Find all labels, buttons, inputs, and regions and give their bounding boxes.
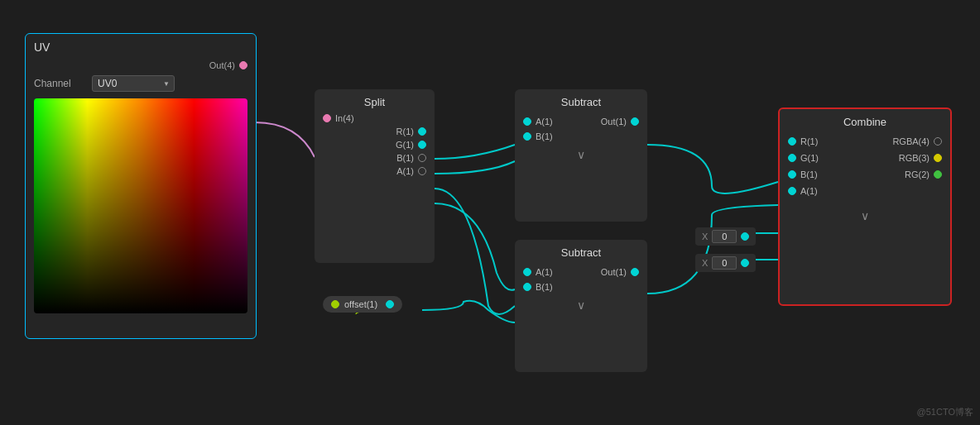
combine-rgba-port: RGBA(4) bbox=[892, 136, 942, 146]
split-b-label: B(1) bbox=[396, 153, 414, 163]
subtract1-left-ports: A(1) B(1) bbox=[523, 113, 553, 145]
combine-b-label: B(1) bbox=[800, 170, 818, 179]
subtract1-a-dot[interactable] bbox=[523, 117, 531, 126]
subtract-node-2: Subtract A(1) B(1) Out(1) ∨ bbox=[515, 240, 647, 372]
subtract-node-1: Subtract A(1) B(1) Out(1) ∨ bbox=[515, 89, 647, 222]
combine-rgb-label: RGB(3) bbox=[899, 153, 930, 163]
offset-node: offset(1) bbox=[323, 296, 402, 313]
subtract1-expand[interactable]: ∨ bbox=[523, 148, 639, 161]
split-in-dot[interactable] bbox=[323, 114, 331, 122]
subtract1-out-port: Out(1) bbox=[601, 117, 639, 127]
x2-right-dot[interactable] bbox=[741, 259, 749, 267]
combine-a-port: A(1) bbox=[788, 186, 819, 196]
uv-out-row: Out(4) bbox=[34, 60, 247, 70]
combine-left-ports: R(1) G(1) B(1) A(1) bbox=[788, 133, 819, 199]
offset-left-dot[interactable] bbox=[331, 300, 339, 308]
x-input-node-1: X bbox=[695, 227, 756, 246]
subtract1-a-port: A(1) bbox=[523, 117, 553, 127]
split-g-dot[interactable] bbox=[418, 141, 426, 149]
x-value-2[interactable] bbox=[712, 256, 737, 270]
subtract2-expand[interactable]: ∨ bbox=[523, 298, 639, 312]
color-picker bbox=[34, 98, 247, 313]
split-title: Split bbox=[323, 96, 426, 108]
uv-channel-row: Channel UV0 UV1 bbox=[34, 75, 247, 92]
combine-rg-label: RG(2) bbox=[905, 170, 930, 179]
combine-rg-port: RG(2) bbox=[892, 170, 942, 179]
split-in-label: In(4) bbox=[335, 113, 354, 123]
combine-g-label: G(1) bbox=[800, 153, 819, 163]
subtract1-b-label: B(1) bbox=[536, 131, 553, 141]
combine-rgb-dot[interactable] bbox=[934, 154, 942, 162]
offset-label: offset(1) bbox=[344, 299, 377, 309]
combine-r-port: R(1) bbox=[788, 136, 819, 146]
subtract2-b-port: B(1) bbox=[523, 282, 553, 292]
split-g-port: G(1) bbox=[323, 140, 426, 150]
subtract1-b-dot[interactable] bbox=[523, 132, 531, 141]
split-node: Split In(4) R(1) G(1) B(1) A(1) bbox=[315, 89, 435, 263]
combine-a-in-dot[interactable] bbox=[788, 187, 796, 195]
subtract2-a-label: A(1) bbox=[536, 267, 553, 277]
combine-title: Combine bbox=[788, 116, 942, 128]
uv-out-dot[interactable] bbox=[239, 61, 247, 69]
x1-right-dot[interactable] bbox=[741, 232, 749, 241]
x-value-1[interactable] bbox=[712, 230, 737, 243]
offset-right-dot[interactable] bbox=[386, 300, 394, 308]
uv-channel-label: Channel bbox=[34, 78, 84, 89]
subtract2-b-label: B(1) bbox=[536, 282, 553, 292]
split-a-label: A(1) bbox=[396, 166, 414, 176]
uv-channel-select-wrapper[interactable]: UV0 UV1 bbox=[92, 75, 175, 92]
uv-out-label: Out(4) bbox=[209, 60, 235, 70]
subtract2-out-dot[interactable] bbox=[631, 268, 639, 276]
uv-channel-select[interactable]: UV0 UV1 bbox=[92, 75, 175, 92]
x-label-2: X bbox=[702, 258, 708, 268]
uv-title: UV bbox=[34, 41, 247, 54]
split-b-port: B(1) bbox=[323, 153, 426, 163]
combine-rgb-port: RGB(3) bbox=[892, 153, 942, 163]
subtract1-out-label: Out(1) bbox=[601, 117, 627, 127]
split-g-label: G(1) bbox=[396, 140, 414, 150]
combine-right-ports: RGBA(4) RGB(3) RG(2) bbox=[892, 133, 942, 183]
subtract2-a-dot[interactable] bbox=[523, 268, 531, 276]
split-r-label: R(1) bbox=[396, 127, 414, 136]
combine-g-port: G(1) bbox=[788, 153, 819, 163]
combine-r-in-dot[interactable] bbox=[788, 137, 796, 146]
subtract2-b-dot[interactable] bbox=[523, 283, 531, 291]
combine-rgba-dot[interactable] bbox=[934, 137, 942, 146]
subtract2-out-port: Out(1) bbox=[601, 267, 639, 277]
combine-b-port: B(1) bbox=[788, 170, 819, 179]
split-r-dot[interactable] bbox=[418, 127, 426, 136]
subtract1-b-port: B(1) bbox=[523, 131, 553, 141]
combine-a-label: A(1) bbox=[800, 186, 818, 196]
watermark: @51CTO博客 bbox=[917, 406, 973, 418]
x-input-node-2: X bbox=[695, 254, 756, 272]
split-b-dot[interactable] bbox=[418, 154, 426, 162]
split-in-port: In(4) bbox=[323, 113, 426, 123]
subtract1-a-label: A(1) bbox=[536, 117, 553, 127]
split-a-port: A(1) bbox=[323, 166, 426, 176]
combine-expand[interactable]: ∨ bbox=[788, 209, 942, 222]
subtract2-title: Subtract bbox=[523, 246, 639, 259]
split-a-dot[interactable] bbox=[418, 167, 426, 175]
subtract2-out-label: Out(1) bbox=[601, 267, 627, 277]
combine-rg-dot[interactable] bbox=[934, 170, 942, 179]
combine-g-in-dot[interactable] bbox=[788, 154, 796, 162]
subtract1-title: Subtract bbox=[523, 96, 639, 108]
combine-rgba-label: RGBA(4) bbox=[892, 136, 930, 146]
subtract1-out-dot[interactable] bbox=[631, 117, 639, 126]
combine-r-label: R(1) bbox=[800, 136, 818, 146]
uv-node: UV Out(4) Channel UV0 UV1 bbox=[25, 33, 257, 339]
combine-b-in-dot[interactable] bbox=[788, 170, 796, 179]
combine-node: Combine R(1) G(1) B(1) A(1) RGBA( bbox=[778, 107, 952, 306]
x-label-1: X bbox=[702, 232, 708, 241]
split-r-port: R(1) bbox=[323, 127, 426, 136]
subtract2-left-ports: A(1) B(1) bbox=[523, 264, 553, 295]
subtract2-a-port: A(1) bbox=[523, 267, 553, 277]
